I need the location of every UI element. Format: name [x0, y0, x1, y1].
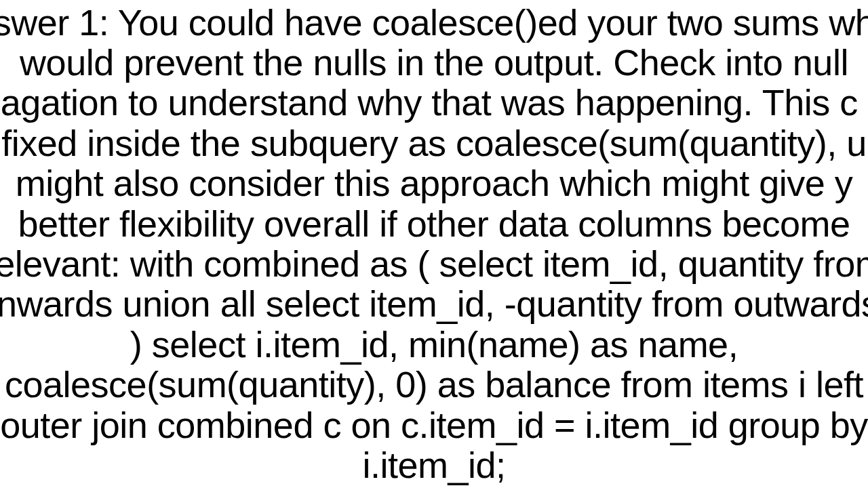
document-text-body: swer 1: You could have coalesce()ed your… — [0, 3, 868, 486]
